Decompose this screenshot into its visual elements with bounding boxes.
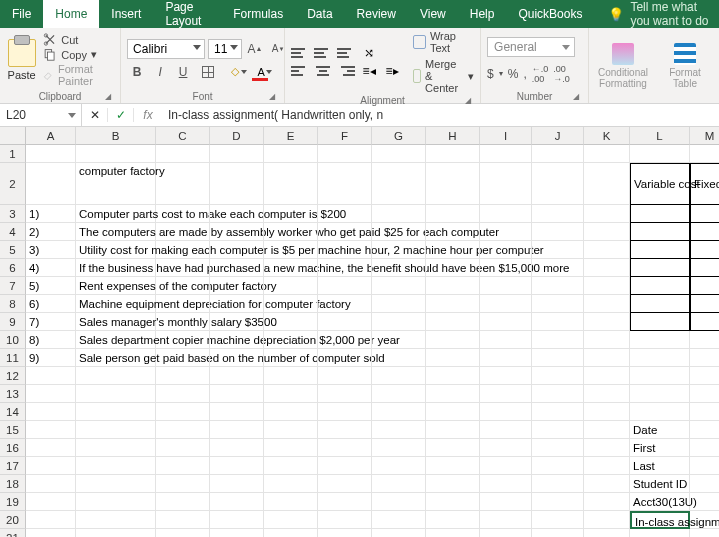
col-head-k[interactable]: K <box>584 127 630 145</box>
tab-insert[interactable]: Insert <box>99 0 153 28</box>
cell-l11[interactable] <box>630 349 690 367</box>
cell-j10[interactable] <box>532 331 584 349</box>
cell-k17[interactable] <box>584 457 630 475</box>
cell-a12[interactable] <box>26 367 76 385</box>
cell-f17[interactable] <box>318 457 372 475</box>
cell-f14[interactable] <box>318 403 372 421</box>
cell-g18[interactable] <box>372 475 426 493</box>
worksheet-grid[interactable]: A B C D E F G H I J K L M 1 2 computer f… <box>0 127 719 537</box>
cell-b10[interactable]: Sales department copier machine deprecia… <box>76 331 156 349</box>
col-head-b[interactable]: B <box>76 127 156 145</box>
cut-button[interactable]: Cut <box>43 33 114 46</box>
cell-d12[interactable] <box>210 367 264 385</box>
cell-c1[interactable] <box>156 145 210 163</box>
cell-d19[interactable] <box>210 493 264 511</box>
cell-a13[interactable] <box>26 385 76 403</box>
cell-j19[interactable] <box>532 493 584 511</box>
cell-e5[interactable] <box>264 241 318 259</box>
cell-c9[interactable] <box>156 313 210 331</box>
cell-j21[interactable] <box>532 529 584 537</box>
cell-h18[interactable] <box>426 475 480 493</box>
wrap-text-button[interactable]: Wrap Text <box>413 30 474 54</box>
cell-d8[interactable] <box>210 295 264 313</box>
cell-h3[interactable] <box>426 205 480 223</box>
cell-i4[interactable] <box>480 223 532 241</box>
font-size-combo[interactable]: 11 <box>208 39 242 59</box>
cell-i11[interactable] <box>480 349 532 367</box>
cell-m16[interactable] <box>690 439 719 457</box>
cell-l10[interactable] <box>630 331 690 349</box>
tab-file[interactable]: File <box>0 0 43 28</box>
cell-d15[interactable] <box>210 421 264 439</box>
cell-k10[interactable] <box>584 331 630 349</box>
cell-a16[interactable] <box>26 439 76 457</box>
cell-a14[interactable] <box>26 403 76 421</box>
cell-d1[interactable] <box>210 145 264 163</box>
cell-a8[interactable]: 6) <box>26 295 76 313</box>
align-right-button[interactable] <box>337 64 355 78</box>
cell-i17[interactable] <box>480 457 532 475</box>
cell-c2[interactable] <box>156 163 210 205</box>
cell-d4[interactable] <box>210 223 264 241</box>
cell-e11[interactable] <box>264 349 318 367</box>
cell-h17[interactable] <box>426 457 480 475</box>
cell-c8[interactable] <box>156 295 210 313</box>
cell-j20[interactable] <box>532 511 584 529</box>
borders-button[interactable] <box>196 62 220 82</box>
cell-d16[interactable] <box>210 439 264 457</box>
cell-e17[interactable] <box>264 457 318 475</box>
decrease-decimal-button[interactable]: .00→.0 <box>553 64 570 84</box>
cell-j7[interactable] <box>532 277 584 295</box>
cell-f21[interactable] <box>318 529 372 537</box>
cell-h8[interactable] <box>426 295 480 313</box>
tab-data[interactable]: Data <box>295 0 344 28</box>
cell-d7[interactable] <box>210 277 264 295</box>
cell-k3[interactable] <box>584 205 630 223</box>
cell-e12[interactable] <box>264 367 318 385</box>
cell-l21[interactable] <box>630 529 690 537</box>
cell-k1[interactable] <box>584 145 630 163</box>
cell-i9[interactable] <box>480 313 532 331</box>
cell-g1[interactable] <box>372 145 426 163</box>
format-painter-button[interactable]: Format Painter <box>43 63 114 87</box>
cell-g3[interactable] <box>372 205 426 223</box>
cell-f15[interactable] <box>318 421 372 439</box>
cell-d20[interactable] <box>210 511 264 529</box>
tab-page-layout[interactable]: Page Layout <box>153 0 221 28</box>
cell-l16[interactable]: First <box>630 439 690 457</box>
cell-d10[interactable] <box>210 331 264 349</box>
cell-k12[interactable] <box>584 367 630 385</box>
row-head-16[interactable]: 16 <box>0 439 26 457</box>
cell-j5[interactable] <box>532 241 584 259</box>
cell-h2[interactable] <box>426 163 480 205</box>
row-head-5[interactable]: 5 <box>0 241 26 259</box>
cell-j12[interactable] <box>532 367 584 385</box>
cell-f16[interactable] <box>318 439 372 457</box>
cell-h4[interactable] <box>426 223 480 241</box>
cell-m8[interactable] <box>690 295 719 313</box>
cell-g8[interactable] <box>372 295 426 313</box>
cell-b11[interactable]: Sale person get paid based on the number… <box>76 349 156 367</box>
tab-quickbooks[interactable]: QuickBooks <box>506 0 594 28</box>
number-launcher[interactable]: ◢ <box>570 90 582 102</box>
cell-i13[interactable] <box>480 385 532 403</box>
cell-f2[interactable] <box>318 163 372 205</box>
cell-e19[interactable] <box>264 493 318 511</box>
cell-i14[interactable] <box>480 403 532 421</box>
cell-j13[interactable] <box>532 385 584 403</box>
cell-i3[interactable] <box>480 205 532 223</box>
tab-review[interactable]: Review <box>345 0 408 28</box>
cell-a6[interactable]: 4) <box>26 259 76 277</box>
cell-g9[interactable] <box>372 313 426 331</box>
cell-b15[interactable] <box>76 421 156 439</box>
cell-j16[interactable] <box>532 439 584 457</box>
clipboard-launcher[interactable]: ◢ <box>102 90 114 102</box>
cell-m5[interactable] <box>690 241 719 259</box>
cell-j11[interactable] <box>532 349 584 367</box>
cell-a11[interactable]: 9) <box>26 349 76 367</box>
cell-m12[interactable] <box>690 367 719 385</box>
col-head-c[interactable]: C <box>156 127 210 145</box>
name-box[interactable]: L20 <box>0 104 82 126</box>
cell-f3[interactable] <box>318 205 372 223</box>
cell-g13[interactable] <box>372 385 426 403</box>
